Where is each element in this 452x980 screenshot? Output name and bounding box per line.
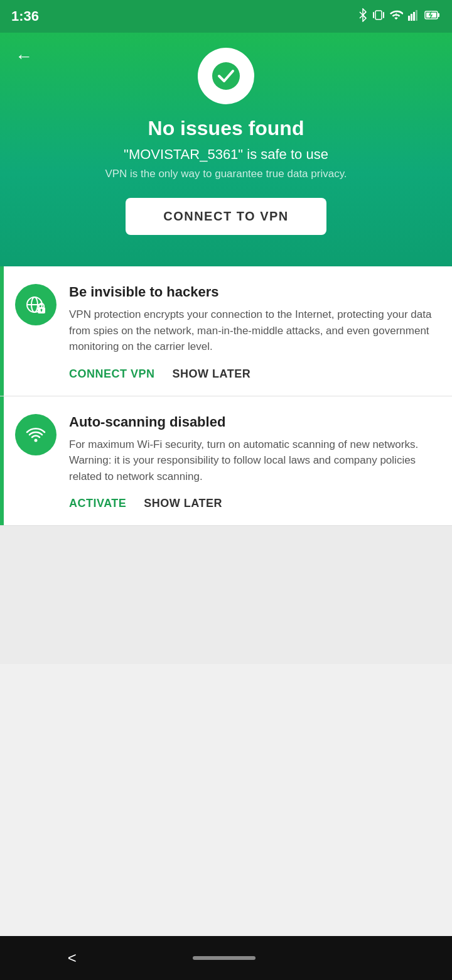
svg-rect-9: [438, 13, 439, 17]
check-icon: [211, 61, 241, 91]
wifi-svg: [24, 423, 47, 446]
status-icons: [358, 8, 441, 24]
show-later-button-2[interactable]: SHOW LATER: [144, 497, 222, 510]
connect-vpn-button[interactable]: CONNECT VPN: [69, 368, 155, 381]
card-content-1: Be invisible to hackers VPN protection e…: [69, 284, 434, 381]
globe-lock-svg: [24, 293, 47, 316]
card-title-2: Auto-scanning disabled: [69, 414, 434, 430]
status-bar: 1:36: [0, 0, 452, 33]
signal-icon: [408, 8, 419, 24]
bottom-spacer: [0, 526, 452, 664]
hero-note: VPN is the only way to guarantee true da…: [105, 168, 347, 180]
wifi-icon: [15, 414, 56, 455]
svg-point-17: [35, 438, 38, 442]
hero-title: No issues found: [148, 117, 304, 140]
card-inner-2: Auto-scanning disabled For maximum Wi-Fi…: [15, 414, 434, 511]
card-accent-2: [0, 396, 4, 526]
svg-rect-5: [413, 12, 415, 21]
wifi-charging-icon: [389, 8, 403, 24]
svg-point-10: [212, 62, 240, 90]
cards-section: Be invisible to hackers VPN protection e…: [0, 266, 452, 526]
card-actions-1: CONNECT VPN SHOW LATER: [69, 368, 434, 381]
card-accent-1: [0, 266, 4, 396]
hero-subtitle: "MOVISTAR_5361" is safe to use: [124, 146, 328, 163]
battery-charging-icon: [424, 9, 441, 23]
card-body-1: VPN protection encrypts your connection …: [69, 307, 434, 355]
bluetooth-icon: [358, 8, 368, 24]
back-button[interactable]: ←: [15, 46, 33, 67]
svg-rect-4: [411, 14, 412, 21]
card-actions-2: ACTIVATE SHOW LATER: [69, 497, 434, 510]
vpn-card: Be invisible to hackers VPN protection e…: [0, 266, 452, 396]
activate-button[interactable]: ACTIVATE: [69, 497, 126, 510]
card-title-1: Be invisible to hackers: [69, 284, 434, 300]
show-later-button-1[interactable]: SHOW LATER: [173, 368, 251, 381]
nav-home-pill[interactable]: [193, 956, 256, 960]
status-time: 1:36: [11, 8, 39, 24]
card-content-2: Auto-scanning disabled For maximum Wi-Fi…: [69, 414, 434, 511]
connect-to-vpn-button[interactable]: CONNECT TO VPN: [126, 198, 326, 235]
svg-rect-3: [408, 16, 410, 21]
hero-section: ← No issues found "MOVISTAR_5361" is saf…: [0, 33, 452, 266]
svg-rect-0: [375, 11, 382, 19]
autoscan-card: Auto-scanning disabled For maximum Wi-Fi…: [0, 396, 452, 526]
nav-bar: <: [0, 936, 452, 980]
svg-rect-6: [416, 10, 417, 21]
card-inner-1: Be invisible to hackers VPN protection e…: [15, 284, 434, 381]
svg-rect-16: [41, 310, 42, 312]
vibrate-icon: [373, 8, 384, 24]
globe-lock-icon: [15, 284, 56, 325]
check-circle: [198, 48, 254, 104]
card-body-2: For maximum Wi-Fi security, turn on auto…: [69, 437, 434, 485]
nav-back-button[interactable]: <: [49, 943, 95, 973]
